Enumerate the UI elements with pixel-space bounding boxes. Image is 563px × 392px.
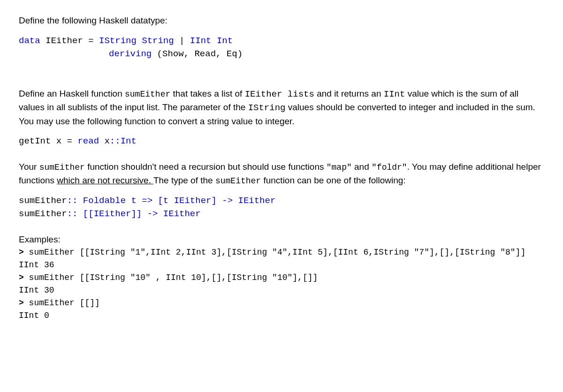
p2-code-foldr: "foldr" [372,163,407,172]
datadef-line2: deriving (Show, Read, Eq) [19,47,544,61]
getint-definition: getInt x = read x::Int [19,135,544,148]
sig2-type: :: [[IEither]] -> IEither [67,209,201,219]
example-1-result: IInt 36 [19,259,544,271]
paragraph-2: Your sumEither function shouldn't need a… [19,160,544,188]
signature-2: sumEither:: [[IEither]] -> IEither [19,207,544,221]
sig2-name: sumEither [19,209,67,219]
datadef-bar: | [179,36,184,46]
example-2-input: > sumEither [[IString "10" , IInt 10],[]… [19,271,544,284]
intro-text: Define the following Haskell datatype: [19,15,167,25]
prompt-gt: > [19,273,29,282]
p1-text-c: that takes a list of [170,89,244,98]
p2-a: Your [19,162,39,172]
example-3: > sumEither [[]] IInt 0 [19,297,544,322]
examples-header: Examples: [19,233,544,247]
p1-text-e: and it returns an [314,89,384,98]
sig1-name: sumEither [19,196,67,206]
example-1: > sumEither [[IString "1",IInt 2,IInt 3]… [19,246,544,271]
example-2-result: IInt 30 [19,284,544,297]
example-2: > sumEither [[IString "10" , IInt 10],[]… [19,271,544,297]
datatype-definition: data IEither = IString String | IInt Int… [19,34,544,61]
keyword-data: data [19,36,40,46]
intro-line: Define the following Haskell datatype: [19,14,544,28]
datadef-line1: data IEither = IString String | IInt Int [19,34,544,48]
datadef-derlist: (Show, Read, Eq) [152,49,243,59]
p2-k: function can be one of the following: [261,175,405,185]
getint-c: x [99,136,110,146]
keyword-deriving: deriving [109,49,152,59]
p1-code-ieither-lists: IEither lists [245,89,314,99]
getint-a: getInt x = [19,136,77,146]
prompt-gt: > [19,248,29,257]
prompt-gt: > [19,298,29,308]
example-1-call: sumEither [[IString "1",IInt 2,IInt 3],[… [29,248,526,257]
p2-code-map: "map" [327,163,352,172]
p2-e: and [352,162,372,172]
example-1-input: > sumEither [[IString "1",IInt 2,IInt 3]… [19,246,544,259]
p2-underline: which are not recursive. [57,175,153,185]
p1-code-iint: IInt [384,89,405,99]
p2-code-sumeither: sumEither [39,163,85,172]
example-3-call: sumEither [[]] [29,298,100,308]
signature-1: sumEither:: Foldable t => [t IEither] ->… [19,194,544,208]
p2-i: The type of the [153,175,215,185]
example-3-result: IInt 0 [19,309,544,322]
p1-text-a: Define an Haskell function [19,89,125,98]
p1-code-istring: IString [248,103,286,113]
p2-code-sumeither2: sumEither [215,176,261,186]
p1-code-sumeither: sumEither [125,90,170,99]
datadef-con1: IString String [99,36,179,46]
keyword-read: read [77,136,99,146]
getint-type: ::Int [110,136,137,146]
paragraph-1: Define an Haskell function sumEither tha… [19,87,544,128]
sig1-type: :: Foldable t => [t IEither] -> IEither [67,196,276,206]
example-2-call: sumEither [[IString "10" , IInt 10],[],[… [29,273,318,282]
datadef-tycon: IEither = [40,36,99,46]
p2-c: function shouldn't need a recursion but … [85,162,327,172]
example-3-input: > sumEither [[]] [19,297,544,309]
datadef-con2: IInt Int [184,36,233,46]
